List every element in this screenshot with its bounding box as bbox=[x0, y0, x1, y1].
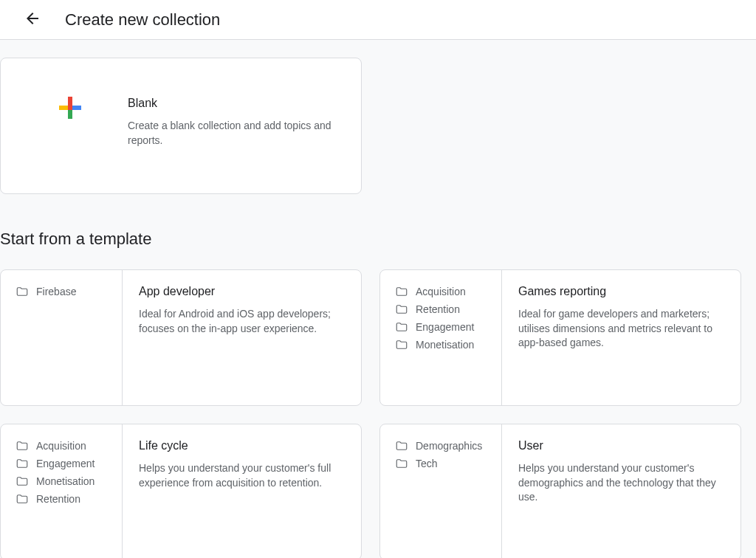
folder-icon bbox=[395, 457, 408, 470]
folder-icon bbox=[16, 285, 29, 298]
tag-item: Acquisition bbox=[16, 439, 113, 452]
blank-card[interactable]: Blank Create a blank collection and add … bbox=[0, 58, 362, 194]
template-card[interactable]: FirebaseApp developerIdeal for Android a… bbox=[0, 269, 362, 406]
template-tags: Firebase bbox=[1, 270, 123, 405]
tag-item: Monetisation bbox=[16, 475, 113, 488]
template-title: User bbox=[518, 439, 724, 452]
tag-item: Acquisition bbox=[395, 285, 492, 298]
folder-icon bbox=[16, 457, 29, 470]
tag-label: Firebase bbox=[36, 286, 76, 297]
tag-item: Monetisation bbox=[395, 338, 492, 351]
templates-heading: Start from a template bbox=[0, 230, 756, 249]
arrow-left-icon bbox=[24, 10, 41, 30]
tag-label: Engagement bbox=[416, 321, 474, 333]
blank-section: Blank Create a blank collection and add … bbox=[0, 40, 756, 194]
template-description: Helps you understand your customer's dem… bbox=[518, 461, 724, 505]
template-body: Games reportingIdeal for game developers… bbox=[502, 270, 740, 405]
tag-label: Engagement bbox=[36, 458, 94, 469]
folder-icon bbox=[16, 439, 29, 452]
blank-text: Blank Create a blank collection and add … bbox=[122, 88, 343, 148]
tag-label: Monetisation bbox=[36, 475, 94, 487]
page-title: Create new collection bbox=[65, 10, 220, 30]
page-header: Create new collection bbox=[0, 0, 756, 40]
template-body: Life cycleHelps you understand your cust… bbox=[123, 424, 361, 558]
template-tags: AcquisitionRetentionEngagementMonetisati… bbox=[380, 270, 502, 405]
tag-label: Tech bbox=[416, 458, 438, 469]
template-description: Ideal for Android and iOS app developers… bbox=[139, 307, 345, 336]
folder-icon bbox=[395, 320, 408, 334]
template-card[interactable]: AcquisitionRetentionEngagementMonetisati… bbox=[379, 269, 741, 406]
svg-rect-0 bbox=[59, 106, 68, 110]
folder-icon bbox=[395, 338, 408, 351]
template-description: Ideal for game developers and marketers;… bbox=[518, 307, 724, 351]
blank-title: Blank bbox=[128, 97, 343, 110]
template-card[interactable]: DemographicsTechUserHelps you understand… bbox=[379, 424, 741, 558]
tag-label: Acquisition bbox=[416, 286, 466, 297]
tag-label: Demographics bbox=[416, 440, 482, 452]
tag-item: Engagement bbox=[16, 457, 113, 470]
tag-item: Firebase bbox=[16, 285, 113, 298]
folder-icon bbox=[16, 492, 29, 506]
tag-label: Retention bbox=[36, 493, 80, 505]
template-body: UserHelps you understand your customer's… bbox=[502, 424, 740, 558]
tag-item: Retention bbox=[395, 303, 492, 316]
tag-label: Monetisation bbox=[416, 339, 474, 351]
template-body: App developerIdeal for Android and iOS a… bbox=[123, 270, 361, 405]
tag-label: Acquisition bbox=[36, 440, 86, 452]
tag-item: Tech bbox=[395, 457, 492, 470]
folder-icon bbox=[395, 303, 408, 316]
template-title: App developer bbox=[139, 285, 345, 298]
template-title: Life cycle bbox=[139, 439, 345, 452]
blank-description: Create a blank collection and add topics… bbox=[128, 119, 343, 148]
svg-rect-4 bbox=[68, 106, 72, 110]
template-tags: AcquisitionEngagementMonetisationRetenti… bbox=[1, 424, 123, 558]
template-title: Games reporting bbox=[518, 285, 724, 298]
folder-icon bbox=[395, 285, 408, 298]
folder-icon bbox=[395, 439, 408, 452]
content-area: Blank Create a blank collection and add … bbox=[0, 40, 756, 558]
svg-rect-1 bbox=[72, 106, 81, 110]
tag-item: Demographics bbox=[395, 439, 492, 452]
svg-rect-3 bbox=[68, 110, 72, 119]
tag-item: Engagement bbox=[395, 320, 492, 334]
back-button[interactable] bbox=[18, 5, 47, 35]
templates-grid: FirebaseApp developerIdeal for Android a… bbox=[0, 269, 756, 558]
tag-item: Retention bbox=[16, 492, 113, 506]
template-description: Helps you understand your customer's ful… bbox=[139, 461, 345, 490]
blank-icon-area bbox=[18, 88, 122, 119]
template-tags: DemographicsTech bbox=[380, 424, 502, 558]
svg-rect-2 bbox=[68, 97, 72, 106]
plus-icon bbox=[59, 97, 81, 119]
tag-label: Retention bbox=[416, 303, 460, 315]
template-card[interactable]: AcquisitionEngagementMonetisationRetenti… bbox=[0, 424, 362, 558]
folder-icon bbox=[16, 475, 29, 488]
